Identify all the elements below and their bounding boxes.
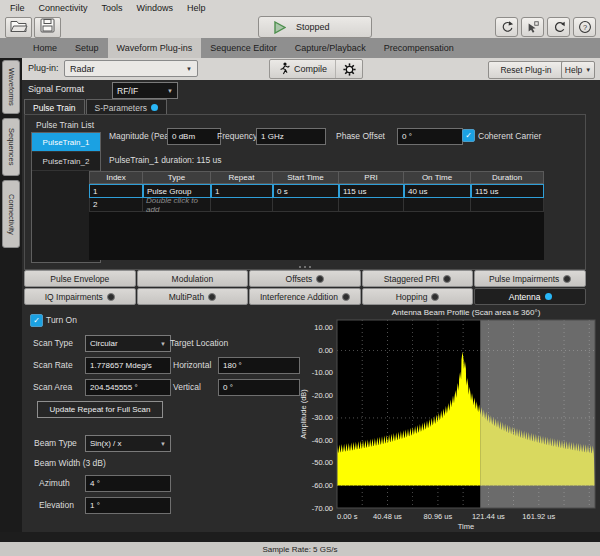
menu-tools[interactable]: Tools [95,2,130,14]
menu-windows[interactable]: Windows [130,2,181,14]
svg-text:0.00 s: 0.00 s [337,512,358,521]
list-item-pulsetrain-2[interactable]: PulseTrain_2 [32,152,100,171]
menu-connectivity[interactable]: Connectivity [32,2,95,14]
table-cell[interactable]: 0 s [273,184,339,198]
status-dot-icon [107,293,115,301]
subtab-pulse-train[interactable]: Pulse Train [24,99,85,115]
table-cell[interactable]: 115 us [471,184,544,198]
side-panel-tabs: WaveformsSequencesConnectivity [0,58,22,532]
signal-format-label: Signal Format [28,84,84,94]
tab-waveform-plug-ins[interactable]: Waveform Plug-ins [108,38,202,58]
table-cell[interactable]: 1 [89,184,143,198]
beam-type-dropdown[interactable]: Sin(x) / x ▼ [85,435,171,452]
table-cell[interactable]: Double click to add [143,198,211,212]
panel-splitter-handle[interactable] [25,266,585,268]
elevation-field[interactable]: 1 ° [85,497,171,514]
table-cell[interactable] [339,198,404,212]
reset-plugin-label: Reset Plug-in [500,65,551,75]
turn-on-checkbox[interactable] [30,314,43,327]
subtab-s-parameters[interactable]: S-Parameters [86,99,167,115]
magnitude-field[interactable]: 0 dBm [167,128,221,145]
side-tab-sequences[interactable]: Sequences [2,118,20,176]
antenna-beam-chart: Antenna Beam Profile (Scan area is 360°)… [296,306,600,532]
status-dot-icon [316,275,324,283]
frequency-label: Frequency [217,131,257,141]
runner-icon [278,62,290,76]
feature-tab-multipath[interactable]: MultiPath [137,288,249,305]
feature-tab-row1: Pulse EnvelopeModulationOffsetsStaggered… [24,270,586,287]
status-dot-icon [431,293,439,301]
table-cell[interactable] [273,198,339,212]
reset-plugin-button[interactable]: Reset Plug-in [488,61,564,79]
scan-rate-label: Scan Rate [33,360,73,370]
feature-tab-bar: Pulse EnvelopeModulationOffsetsStaggered… [24,270,586,306]
feature-tab-label: MultiPath [169,292,204,302]
feature-tab-pulse-envelope[interactable]: Pulse Envelope [24,270,136,287]
tab-precompensation[interactable]: Precompensation [375,38,463,58]
bottom-divider [0,532,600,542]
scan-area-field[interactable]: 204.545555 ° [85,379,171,396]
compile-settings-button[interactable] [335,60,362,78]
tab-capture-playback[interactable]: Capture/Playback [286,38,375,58]
horizontal-field[interactable]: 180 ° [218,357,300,374]
table-cell[interactable]: 115 us [339,184,404,198]
table-cell[interactable]: 2 [89,198,143,212]
feature-tab-modulation[interactable]: Modulation [137,270,249,287]
target-location-label: Target Location [170,338,228,348]
feature-tab-row2: IQ ImpairmentsMultiPathInterference Addi… [24,288,586,305]
scan-type-dropdown[interactable]: Circular ▼ [85,335,171,352]
tab-sequence-editor[interactable]: Sequence Editor [201,38,286,58]
azimuth-field[interactable]: 4 ° [85,475,171,492]
coherent-carrier-checkbox[interactable] [462,129,475,142]
feature-tab-pulse-impairments[interactable]: Pulse Impairments [474,270,586,287]
side-tab-connectivity[interactable]: Connectivity [2,180,20,248]
run-stop-button[interactable]: Stopped [258,16,372,38]
status-dot-icon [342,293,350,301]
plugin-dropdown-value: Radar [70,64,95,74]
feature-tab-offsets[interactable]: Offsets [249,270,361,287]
svg-text:-60.00: -60.00 [312,481,333,490]
phase-offset-field[interactable]: 0 ° [397,128,463,145]
feature-tab-staggered-pri[interactable]: Staggered PRI [362,270,474,287]
side-tab-waveforms[interactable]: Waveforms [2,60,20,114]
table-row[interactable]: 2Double click to add [89,198,544,212]
tab-home[interactable]: Home [24,38,66,58]
table-cell[interactable] [211,198,273,212]
list-item-pulsetrain-1[interactable]: PulseTrain_1 [32,133,100,152]
menu-file[interactable]: File [3,2,32,14]
table-cell[interactable]: 40 us [404,184,471,198]
feature-tab-antenna[interactable]: Antenna [474,288,586,305]
col-header-start-time: Start Time [273,171,339,184]
open-file-button[interactable] [5,17,32,38]
feature-tab-iq-impairments[interactable]: IQ Impairments [24,288,136,305]
tab-setup[interactable]: Setup [66,38,108,58]
col-header-repeat: Repeat [211,171,273,184]
table-cell[interactable] [404,198,471,212]
table-cell[interactable]: 1 [211,184,273,198]
horizontal-label: Horizontal [173,360,211,370]
svg-text:Amplitude (dB): Amplitude (dB) [299,389,308,439]
refresh-button[interactable] [547,17,570,37]
status-dot-blue-icon [545,293,552,300]
feature-tab-hopping[interactable]: Hopping [362,288,474,305]
help-button[interactable]: Help ▼ [561,61,595,79]
vertical-label: Vertical [173,382,201,392]
scan-rate-field[interactable]: 1.778657 Mdeg/s [85,357,171,374]
svg-text:Time: Time [458,522,474,531]
beam-width-label: Beam Width (3 dB) [34,458,106,468]
help-round-button[interactable]: ? [573,17,596,37]
feature-tab-interference-addition[interactable]: Interference Addition [249,288,361,305]
touchscreen-button[interactable] [521,17,544,37]
menu-help[interactable]: Help [180,2,213,14]
save-button[interactable] [34,17,61,38]
compile-button[interactable]: Compile [270,60,335,78]
vertical-field[interactable]: 0 ° [218,379,300,396]
scan-area-label: Scan Area [33,382,72,392]
frequency-field[interactable]: 1 GHz [256,128,326,145]
restart-button[interactable] [495,17,518,37]
table-cell[interactable] [471,198,544,212]
signal-format-dropdown[interactable]: RF/IF ▼ [112,82,178,99]
chevron-down-icon: ▼ [585,67,591,73]
plugin-dropdown[interactable]: Radar ▼ [64,60,198,77]
update-repeat-button[interactable]: Update Repeat for Full Scan [37,401,163,418]
